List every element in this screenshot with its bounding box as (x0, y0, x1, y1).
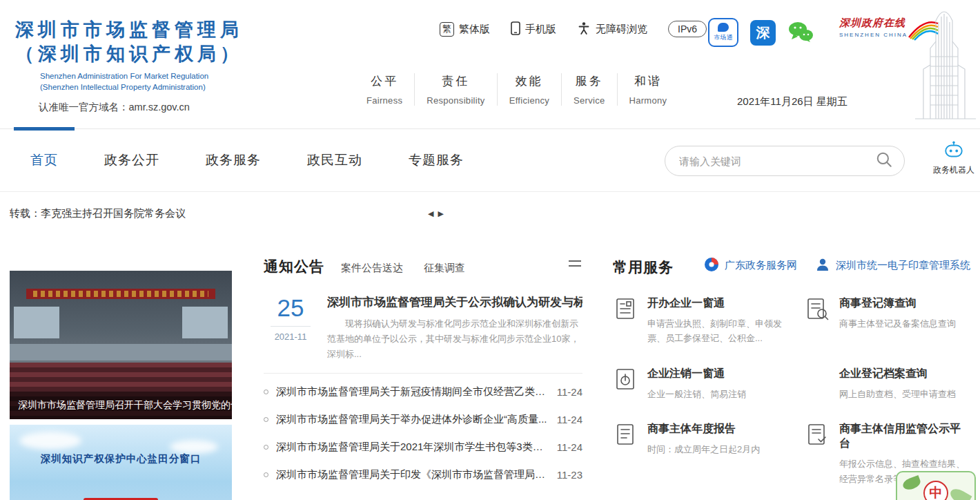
featured-date-block: 25 2021-11 (264, 294, 317, 362)
notice-list: 深圳市市场监督管理局关于新冠疫情期间全市仅经营乙类非... 11-24 深圳市市… (264, 378, 582, 488)
value-cn: 公平 (366, 73, 402, 89)
accessibility-icon (577, 21, 591, 37)
site-title-line1: 深圳市市场监督管理局 (15, 18, 264, 42)
gov-logo-cn: 深圳政府在线 (839, 17, 908, 30)
service-desc: 商事主体登记及备案信息查询 (839, 316, 956, 331)
search-box[interactable] (665, 146, 905, 176)
carousel-caption: 深圳市市场监督管理局召开干部大会学习贯彻党的十… (10, 392, 232, 419)
page: 深圳市市场监督管理局 （深圳市知识产权局） Shenzhen Administr… (0, 0, 980, 500)
core-values: 公平 Fairness 责任 Responsibility 效能 Efficie… (355, 73, 678, 106)
notice-link[interactable]: 深圳市市场监督管理局关于2021年深圳市学生书包等3类产... (276, 441, 547, 454)
ticker-headline[interactable]: 转载：李克强主持召开国务院常务会议 (10, 207, 186, 220)
leaf-icon (948, 486, 972, 500)
notice-link[interactable]: 深圳市市场监督管理局关于举办促进体外诊断企业“高质量... (276, 413, 547, 426)
wechat-icon[interactable] (787, 21, 814, 44)
notice-date: 11-24 (557, 414, 582, 425)
floating-widget[interactable]: 中 (896, 471, 976, 500)
carousel-slide-ceremony[interactable]: 深圳知识产权保护中心盐田分窗口 揭牌仪式 (10, 425, 232, 500)
value-cn: 和谐 (629, 73, 667, 89)
divider (264, 373, 582, 374)
services-header: 常用服务 广东政务服务网 深圳市统一电子印章管理系统 (613, 257, 970, 277)
value-cn: 效能 (509, 73, 549, 89)
nav-special-services[interactable]: 专题服务 (409, 151, 464, 169)
service-desc: 网上自助查档、受理申请查档 (839, 387, 956, 401)
seal-system-link[interactable]: 深圳市统一电子印章管理系统 (815, 257, 970, 274)
active-tab-indicator (14, 127, 75, 131)
shichangtong-app-icon[interactable]: 市场通 (708, 18, 738, 47)
traditional-version-link[interactable]: 繁 繁体版 (440, 22, 490, 37)
nav-gov-info[interactable]: 政务公开 (104, 151, 159, 169)
traditional-label: 繁体版 (459, 23, 490, 36)
featured-notice-title[interactable]: 深圳市市场监督管理局关于公示拟确认为研发与标... (327, 294, 582, 310)
tab-surveys[interactable]: 征集调查 (424, 262, 465, 275)
registry-search-icon (805, 296, 830, 346)
credit-platform-icon (805, 422, 830, 486)
featured-notice-excerpt: 现将拟确认为研发与标准化同步示范企业和深圳标准创新示范基地的单位予以公示，其中研… (327, 316, 582, 362)
gov-robot-button[interactable]: 政务机器人 (928, 141, 979, 176)
nav-home[interactable]: 首页 (30, 151, 58, 169)
robot-icon (943, 151, 965, 162)
annual-report-icon (613, 422, 638, 486)
value-en: Efficiency (509, 95, 549, 106)
bullet-icon (264, 417, 268, 422)
main-navbar: 首页 政务公开 政务服务 政民互动 专题服务 政务机器人 (0, 128, 980, 192)
service-desc: 时间：成立周年之日起2月内 (647, 442, 760, 456)
notice-link[interactable]: 深圳市市场监督管理局关于新冠疫情期间全市仅经营乙类非... (276, 385, 547, 398)
service-title: 企业登记档案查询 (839, 367, 956, 381)
notice-title: 通知公告 (264, 257, 324, 276)
notice-row: 深圳市市场监督管理局关于印发《深圳市市场监督管理局商... 11-23 (264, 461, 582, 488)
photo-carousel: 深圳市市场监督管理局召开干部大会学习贯彻党的十… 深圳知识产权保护中心盐田分窗口… (10, 257, 232, 500)
notice-section: 通知公告 案件公告送达 征集调查 25 2021-11 深圳市市场监督管理局关于… (264, 257, 582, 488)
news-ticker: 转载：李克强主持召开国务院常务会议 ◀▶ (0, 192, 980, 235)
notice-header: 通知公告 案件公告送达 征集调查 (264, 257, 582, 276)
featured-month: 2021-11 (271, 326, 311, 342)
more-icon[interactable] (569, 260, 581, 270)
search-icon[interactable] (875, 151, 893, 171)
service-title: 商事主体年度报告 (647, 422, 760, 436)
notice-row: 深圳市市场监督管理局关于2021年深圳市学生书包等3类产... 11-24 (264, 433, 582, 461)
nav-interaction[interactable]: 政民互动 (307, 151, 362, 169)
chat-bubble-icon (718, 23, 729, 32)
mobile-version-link[interactable]: 手机版 (511, 21, 556, 37)
header-quick-links: 繁 繁体版 手机版 无障碍浏览 IPv6 (440, 21, 707, 37)
nav-gov-services[interactable]: 政务服务 (206, 151, 261, 169)
service-archive-search[interactable]: 企业登记档案查询 网上自助查档、受理申请查档 (805, 367, 970, 401)
value-fairness: 公平 Fairness (355, 73, 414, 106)
service-registry-search[interactable]: 商事登记簿查询 商事主体登记及备案信息查询 (805, 296, 970, 346)
featured-notice: 25 2021-11 深圳市市场监督管理局关于公示拟确认为研发与标... 现将拟… (264, 294, 582, 362)
service-deregister[interactable]: 企业注销一窗通 企业一般注销、简易注销 (613, 367, 791, 401)
service-desc: 申请营业执照、刻制印章、申领发票、员工参保登记、公积金... (647, 316, 791, 346)
notice-date: 11-24 (557, 441, 582, 453)
featured-day: 25 (264, 294, 317, 322)
robot-label: 政务机器人 (928, 164, 979, 176)
tab-case-announcements[interactable]: 案件公告送达 (341, 262, 403, 275)
site-title-line2: （深圳市知识产权局） (15, 42, 264, 66)
ishenzhen-app-icon[interactable]: 深 (750, 20, 776, 46)
official-domain-notice: 认准唯一官方域名：amr.sz.gov.cn (39, 101, 264, 114)
site-logo[interactable]: 深圳市市场监督管理局 （深圳市知识产权局） Shenzhen Administr… (15, 18, 264, 114)
notice-link[interactable]: 深圳市市场监督管理局关于印发《深圳市市场监督管理局商... (276, 468, 547, 481)
ipv6-badge[interactable]: IPv6 (668, 21, 707, 37)
value-service: 服务 Service (561, 73, 616, 106)
guangdong-gov-link[interactable]: 广东政务服务网 (704, 257, 797, 274)
carousel-slide-meeting[interactable]: 深圳市市场监督管理局召开干部大会学习贯彻党的十… (10, 271, 232, 419)
value-responsibility: 责任 Responsibility (414, 73, 496, 106)
services-section: 常用服务 广东政务服务网 深圳市统一电子印章管理系统 开办企 (613, 257, 970, 486)
service-desc: 企业一般注销、简易注销 (647, 387, 746, 401)
ticker-nav-arrows[interactable]: ◀▶ (428, 209, 448, 218)
service-annual-report[interactable]: 商事主体年度报告 时间：成立周年之日起2月内 (613, 422, 791, 486)
service-title: 商事登记簿查询 (839, 296, 956, 311)
value-en: Responsibility (427, 95, 484, 106)
site-title-en2: (Shenzhen Intellectual Property Administ… (40, 82, 264, 93)
meeting-banner (26, 289, 215, 299)
meeting-screen-left (14, 307, 59, 338)
service-company-open[interactable]: 开办企业一窗通 申请营业执照、刻制印章、申领发票、员工参保登记、公积金... (613, 296, 791, 346)
notice-date: 11-24 (557, 386, 582, 398)
accessibility-link[interactable]: 无障碍浏览 (577, 21, 647, 37)
guangdong-gov-icon (704, 257, 719, 274)
seal-system-label: 深圳市统一电子印章管理系统 (836, 259, 970, 272)
search-input[interactable] (679, 155, 875, 167)
company-open-icon (613, 296, 638, 346)
gov-logo-en: SHENZHEN CHINA (839, 32, 908, 38)
notice-tabs: 案件公告送达 征集调查 (341, 262, 465, 275)
